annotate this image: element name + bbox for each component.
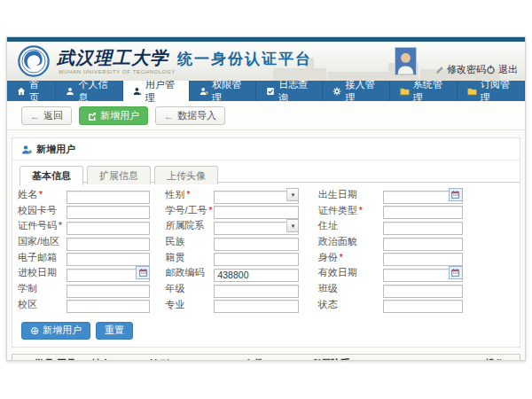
text-input[interactable] xyxy=(214,253,299,266)
user-table: 学号/工号姓名性别身份所属院系操作 xyxy=(12,354,520,362)
field-label: 民族 xyxy=(165,235,214,248)
field-label: 籍贯 xyxy=(165,251,214,264)
nav-item-home[interactable]: 首页 xyxy=(7,81,56,101)
form-field-row: 籍贯 xyxy=(165,251,317,264)
import-arrow-icon: ← xyxy=(164,111,174,121)
user-icon xyxy=(66,87,74,96)
form-field-row: 证件类型* xyxy=(318,204,516,217)
field-label: 班级 xyxy=(318,282,383,295)
calendar-icon[interactable] xyxy=(136,266,150,279)
nav-item-log-query[interactable]: 日志查询 xyxy=(256,81,323,101)
form-field-row: 证件号码* xyxy=(16,219,165,232)
text-input[interactable] xyxy=(66,222,150,235)
text-input[interactable] xyxy=(383,222,463,235)
form-field-row: 性别*▼ xyxy=(165,188,317,201)
column-header: 性别 xyxy=(145,354,239,361)
text-input[interactable] xyxy=(214,238,299,251)
tab-upload-avatar[interactable]: 上传头像 xyxy=(154,166,218,184)
page-header: 武汉理工大学统一身份认证平台 WUHAN UNIVERSITY OF TECHN… xyxy=(7,42,525,81)
form-field-row: 邮政编码 xyxy=(165,266,317,279)
user-avatar[interactable] xyxy=(395,47,417,75)
nav-item-label: 用户管理 xyxy=(145,78,179,105)
text-field-container xyxy=(66,251,150,264)
select-all-checkbox[interactable] xyxy=(17,360,26,361)
export-icon xyxy=(88,112,97,121)
university-logo-icon xyxy=(18,45,50,77)
power-icon xyxy=(486,65,496,74)
nav-item-label: 订阅管理 xyxy=(481,78,514,105)
change-password-link[interactable]: 修改密码 xyxy=(435,63,486,76)
field-label: 政治面貌 xyxy=(318,235,383,248)
dropdown-arrow-icon[interactable]: ▼ xyxy=(286,219,299,232)
form-field-row: 住址 xyxy=(318,219,516,232)
folder-icon xyxy=(467,87,477,96)
nav-item-label: 权限管理 xyxy=(212,78,246,105)
column-header: 身份 xyxy=(239,354,307,361)
main-nav: 首页个人信息用户管理权限管理日志查询接入管理系统管理订阅管理 xyxy=(7,81,525,101)
text-input[interactable] xyxy=(214,269,299,282)
form-field-row: 校园卡号 xyxy=(16,204,165,217)
user-form: 姓名*校园卡号证件号码*国家/地区电子邮箱进校日期学制校区性别*▼学号/工号*所… xyxy=(12,183,520,317)
text-input[interactable] xyxy=(214,285,299,298)
text-input[interactable] xyxy=(66,206,150,219)
text-input[interactable] xyxy=(214,206,299,219)
text-input[interactable] xyxy=(66,191,150,204)
tab-extended-info[interactable]: 扩展信息 xyxy=(87,166,151,184)
skyline-decoration xyxy=(273,68,326,81)
nav-item-user-management[interactable]: 用户管理 xyxy=(123,81,190,101)
add-user-button-toolbar[interactable]: 新增用户 xyxy=(79,106,148,125)
form-field-row: 民族 xyxy=(165,235,317,248)
form-field-row: 姓名* xyxy=(16,188,165,201)
text-field-container xyxy=(66,204,150,217)
data-import-button[interactable]: ← 数据导入 xyxy=(155,106,225,125)
select-all-cell xyxy=(12,354,31,361)
select-field-container: ▼ xyxy=(214,219,299,232)
calendar-icon[interactable] xyxy=(449,266,463,279)
nav-item-label: 首页 xyxy=(29,78,45,105)
text-input[interactable] xyxy=(66,253,150,266)
text-input[interactable] xyxy=(214,300,299,313)
required-asterisk: * xyxy=(186,190,190,200)
nav-item-system-management[interactable]: 系统管理 xyxy=(390,81,458,101)
nav-item-permission-management[interactable]: 权限管理 xyxy=(190,81,256,101)
text-input[interactable] xyxy=(383,238,463,251)
text-input[interactable] xyxy=(66,238,150,251)
text-input[interactable] xyxy=(383,253,463,266)
text-input[interactable] xyxy=(383,300,463,313)
tab-basic-info[interactable]: 基本信息 xyxy=(20,166,83,185)
form-field-row: 专业 xyxy=(165,298,317,311)
text-input[interactable] xyxy=(383,285,463,298)
form-field-row: 年级 xyxy=(165,282,317,295)
add-user-submit-button[interactable]: ⊕ 新增用户 xyxy=(21,322,90,340)
nav-item-subscription-management[interactable]: 订阅管理 xyxy=(458,81,525,101)
field-label: 证件类型* xyxy=(318,204,383,217)
field-label: 性别* xyxy=(165,188,214,201)
date-field-container xyxy=(383,188,463,201)
field-label: 住址 xyxy=(318,219,383,232)
nav-item-label: 日志查询 xyxy=(278,78,312,105)
nav-item-profile[interactable]: 个人信息 xyxy=(56,81,122,101)
nav-item-access-management[interactable]: 接入管理 xyxy=(323,81,389,101)
logout-link[interactable]: 退出 xyxy=(486,63,518,76)
text-field-container xyxy=(214,282,299,295)
tab-bar: 基本信息扩展信息上传头像 xyxy=(20,165,520,183)
reset-button[interactable]: 重置 xyxy=(96,322,133,340)
text-field-container xyxy=(214,204,299,217)
back-button[interactable]: ← 返回 xyxy=(21,106,72,125)
text-input[interactable] xyxy=(66,300,150,313)
avatar-photo-icon xyxy=(395,48,416,74)
dropdown-arrow-icon[interactable]: ▼ xyxy=(286,188,299,201)
select-field-container: ▼ xyxy=(214,188,299,201)
text-field-container xyxy=(383,282,463,295)
users-icon xyxy=(133,87,142,96)
text-field-container xyxy=(66,282,150,295)
calendar-icon[interactable] xyxy=(449,188,463,201)
date-field-container xyxy=(383,266,463,279)
field-label: 校园卡号 xyxy=(16,204,66,217)
home-icon xyxy=(17,87,26,96)
text-input[interactable] xyxy=(66,285,150,298)
text-input[interactable] xyxy=(383,206,463,219)
nav-item-label: 系统管理 xyxy=(413,78,447,105)
text-field-container xyxy=(66,219,150,232)
field-label: 姓名* xyxy=(16,188,66,201)
